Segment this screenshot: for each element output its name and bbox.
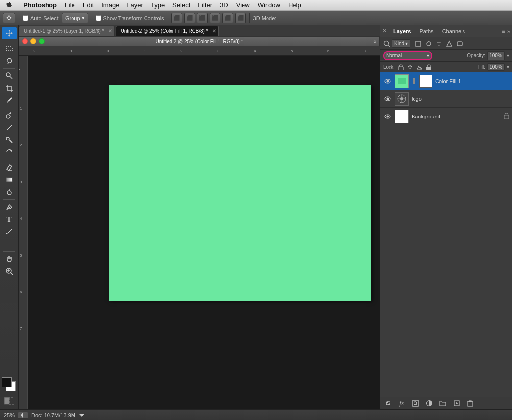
lock-pos-icon[interactable]: ✣ bbox=[406, 63, 414, 71]
menubar-window[interactable]: Window bbox=[254, 0, 284, 10]
tool-shape[interactable] bbox=[2, 238, 17, 250]
tool-rect-marquee[interactable] bbox=[2, 43, 17, 54]
status-navigator-btn[interactable] bbox=[18, 412, 28, 419]
lock-px-icon[interactable] bbox=[397, 63, 405, 71]
window-maximize-btn[interactable] bbox=[39, 38, 45, 44]
tool-brush[interactable] bbox=[2, 122, 17, 134]
align-right-btn[interactable]: ⬛ bbox=[197, 13, 208, 23]
tool-quick-select[interactable] bbox=[2, 70, 17, 82]
tool-history-brush[interactable] bbox=[2, 146, 17, 158]
filter-smart-icon[interactable] bbox=[455, 39, 464, 48]
show-transform-checkbox[interactable] bbox=[96, 15, 101, 21]
tab-untitled-2[interactable]: Untitled-2 @ 25% (Color Fill 1, RGB/8) *… bbox=[116, 26, 219, 36]
tool-eyedropper[interactable] bbox=[2, 94, 17, 106]
tab-untitled-1-close[interactable]: ✕ bbox=[108, 28, 112, 34]
fill-chevron-icon[interactable]: ▾ bbox=[507, 64, 509, 70]
menubar-edit[interactable]: Edit bbox=[79, 0, 98, 10]
window-close-btn[interactable] bbox=[22, 38, 28, 44]
opacity-chevron-icon[interactable]: ▾ bbox=[507, 53, 509, 58]
tab-channels[interactable]: Channels bbox=[439, 27, 469, 35]
menubar-type[interactable]: Type bbox=[147, 0, 169, 10]
layer-thumb-logo bbox=[395, 92, 409, 106]
layer-visibility-logo[interactable] bbox=[383, 94, 392, 103]
tool-quick-mask[interactable] bbox=[2, 395, 17, 407]
filter-adjust-icon[interactable] bbox=[424, 39, 433, 48]
tool-spot-heal[interactable] bbox=[2, 110, 17, 121]
tab-untitled-1[interactable]: Untitled-1 @ 25% (Layer 1, RGB/8) * ✕ bbox=[19, 26, 115, 36]
align-top-btn[interactable]: ⬛ bbox=[210, 13, 220, 23]
panel-new-layer-btn[interactable] bbox=[452, 399, 462, 408]
layer-item-background[interactable]: Background bbox=[380, 108, 512, 125]
canvas-content[interactable] bbox=[28, 56, 380, 409]
layer-item-color-fill[interactable]: Color Fill 1 bbox=[380, 72, 512, 90]
tool-text[interactable]: T bbox=[2, 213, 17, 225]
menubar-file[interactable]: File bbox=[61, 0, 79, 10]
layer-visibility-color-fill[interactable] bbox=[383, 77, 392, 86]
layer-visibility-background[interactable] bbox=[383, 112, 392, 121]
menubar-help[interactable]: Help bbox=[284, 0, 305, 10]
tool-sep-6 bbox=[3, 251, 15, 252]
ruler-corner bbox=[19, 46, 28, 56]
menubar-view[interactable]: View bbox=[232, 0, 254, 10]
panel-folder-btn[interactable] bbox=[438, 399, 448, 408]
toolbar: ✣ Auto-Select: Group ▾ Show Transform Co… bbox=[0, 11, 512, 25]
menubar-filter[interactable]: Filter bbox=[194, 0, 216, 10]
panel-menu-icon[interactable]: ≡ bbox=[502, 28, 505, 35]
tool-crop[interactable] bbox=[2, 82, 17, 94]
tab-paths[interactable]: Paths bbox=[415, 27, 437, 35]
color-swatches[interactable] bbox=[2, 377, 17, 392]
tab-untitled-2-close[interactable]: ✕ bbox=[212, 28, 216, 34]
svg-text:4: 4 bbox=[20, 216, 22, 221]
menubar-select[interactable]: Select bbox=[169, 0, 194, 10]
panel-adjustment-btn[interactable] bbox=[424, 399, 434, 408]
menubar-app-name[interactable]: Photoshop bbox=[20, 0, 61, 10]
tool-zoom[interactable] bbox=[2, 265, 17, 277]
filter-type-icon[interactable]: T bbox=[435, 39, 443, 48]
tab-untitled-1-label: Untitled-1 @ 25% (Layer 1, RGB/8) * bbox=[24, 28, 104, 34]
move-tool-btn[interactable]: ✣ bbox=[3, 13, 15, 23]
ruler-left: 1 1 2 3 4 5 6 7 bbox=[19, 56, 28, 409]
tab-untitled-2-label: Untitled-2 @ 25% (Color Fill 1, RGB/8) * bbox=[121, 28, 208, 34]
fill-value[interactable]: 100% bbox=[487, 63, 505, 71]
blend-mode-dropdown[interactable]: Normal ▾ bbox=[383, 51, 432, 60]
foreground-color[interactable] bbox=[2, 377, 12, 387]
align-center-h-btn[interactable]: ⬛ bbox=[184, 13, 195, 23]
menubar-3d[interactable]: 3D bbox=[216, 0, 232, 10]
auto-select-checkbox[interactable] bbox=[23, 15, 28, 21]
layer-link-color-fill[interactable] bbox=[412, 79, 416, 84]
filter-shape-icon[interactable] bbox=[445, 39, 454, 48]
panel-close-icon[interactable]: ✕ bbox=[382, 28, 387, 34]
panel-mask-btn[interactable] bbox=[411, 399, 420, 408]
menubar-image[interactable]: Image bbox=[98, 0, 123, 10]
tool-clone-stamp[interactable] bbox=[2, 134, 17, 146]
tool-dodge[interactable] bbox=[2, 186, 17, 198]
apple-menu[interactable] bbox=[0, 2, 20, 9]
layer-item-logo[interactable]: logo bbox=[380, 90, 512, 108]
tool-move[interactable] bbox=[2, 27, 17, 39]
lock-art-icon[interactable] bbox=[415, 63, 423, 71]
align-center-v-btn[interactable]: ⬛ bbox=[222, 13, 233, 23]
panel-collapse-right-icon[interactable]: » bbox=[507, 28, 510, 34]
status-arrow-btn[interactable] bbox=[78, 412, 85, 419]
filter-kind-dropdown[interactable]: Kind ▾ bbox=[392, 39, 410, 48]
tool-eraser[interactable] bbox=[2, 162, 17, 173]
tool-hand[interactable] bbox=[2, 253, 17, 265]
tab-layers[interactable]: Layers bbox=[390, 27, 414, 35]
align-bottom-btn[interactable]: ⬛ bbox=[235, 13, 246, 23]
panel-fx-btn[interactable]: fx bbox=[397, 399, 407, 408]
menubar-layer[interactable]: Layer bbox=[123, 0, 147, 10]
layer-name-background: Background bbox=[412, 114, 501, 119]
tool-lasso[interactable] bbox=[2, 55, 17, 67]
panel-link-btn[interactable] bbox=[383, 399, 393, 408]
window-minimize-btn[interactable] bbox=[30, 38, 36, 44]
panel-collapse-icon[interactable]: « bbox=[373, 39, 376, 44]
align-left-btn[interactable]: ⬛ bbox=[171, 13, 182, 23]
tool-path-select[interactable] bbox=[2, 226, 17, 237]
auto-select-dropdown[interactable]: Group ▾ bbox=[62, 13, 88, 23]
lock-all-icon[interactable] bbox=[425, 63, 433, 71]
opacity-value[interactable]: 100% bbox=[487, 51, 505, 60]
tool-pen[interactable] bbox=[2, 201, 17, 213]
panel-delete-btn[interactable] bbox=[465, 399, 475, 408]
filter-pixel-icon[interactable] bbox=[414, 39, 423, 48]
tool-gradient[interactable] bbox=[2, 174, 17, 186]
